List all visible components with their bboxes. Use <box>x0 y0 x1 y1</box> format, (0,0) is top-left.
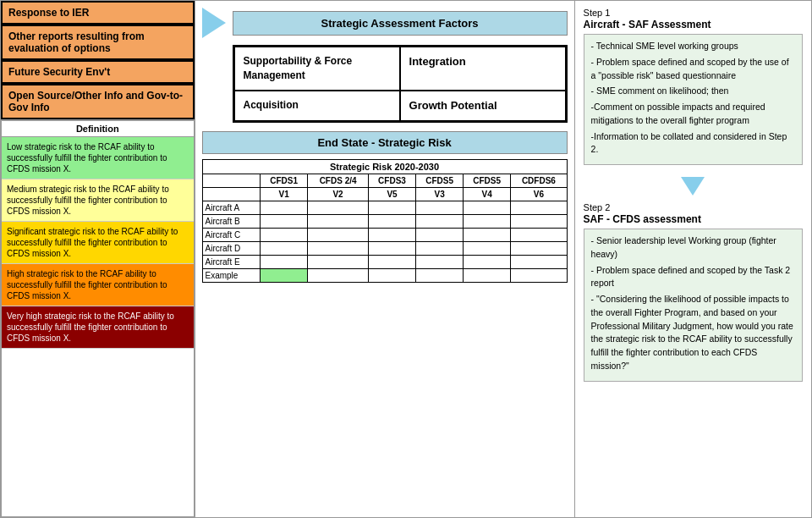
aircraft-c-v1 <box>261 228 308 241</box>
step2-bullet-2: - "Considering the likelihood of possibl… <box>591 293 795 373</box>
middle-column: Strategic Assessment Factors Supportabil… <box>195 1 575 517</box>
table-row-example: Example <box>202 268 567 282</box>
aircraft-c-v6 <box>511 228 567 241</box>
step2-label: Step 2 <box>584 202 803 212</box>
example-v1 <box>261 268 308 282</box>
table-row-aircraft-c: Aircraft C <box>202 228 567 241</box>
v6: V6 <box>511 187 567 201</box>
aircraft-c-v3 <box>416 228 464 241</box>
cfds-1: CFDS1 <box>261 174 308 187</box>
input-boxes: Response to IER Other reports resulting … <box>1 1 195 120</box>
aircraft-a-v2 <box>308 201 369 214</box>
open-source-box: Open Source/Other Info and Gov-to-Gov In… <box>1 84 195 119</box>
table-row-aircraft-a: Aircraft A <box>202 201 567 214</box>
aircraft-d-v4 <box>464 241 511 255</box>
step1-bullet-0: - Technical SME level working groups <box>591 40 795 53</box>
aircraft-d-v1 <box>261 241 308 255</box>
cfds-empty <box>202 174 261 187</box>
v4: V4 <box>464 187 511 201</box>
v2: V2 <box>308 187 369 201</box>
aircraft-b-v5 <box>368 214 415 228</box>
aircraft-e-v1 <box>261 255 308 268</box>
example-label: Example <box>202 268 261 282</box>
def-high-text: High strategic risk to the RCAF ability … <box>7 269 167 300</box>
aircraft-e-v4 <box>464 255 511 268</box>
saf-section: Strategic Assessment Factors Supportabil… <box>202 8 568 123</box>
step1-content: - Technical SME level working groups - P… <box>584 34 803 165</box>
definition-header: Definition <box>2 121 194 137</box>
aircraft-b-v4 <box>464 214 511 228</box>
response-text: Response to IER <box>8 7 89 19</box>
def-veryhigh-row: Very high strategic risk to the RCAF abi… <box>2 306 194 349</box>
end-state-section: End State - Strategic Risk Strategic Ris… <box>202 131 568 510</box>
right-column: Step 1 Aircraft - SAF Assessment - Techn… <box>575 1 811 517</box>
arrow-down-container <box>584 177 803 196</box>
table-row-aircraft-e: Aircraft E <box>202 255 567 268</box>
aircraft-c-label: Aircraft C <box>202 228 261 241</box>
saf-header-row: Strategic Assessment Factors <box>202 8 568 38</box>
def-significant-row: Significant strategic risk to the RCAF a… <box>2 222 194 264</box>
aircraft-c-v5 <box>368 228 415 241</box>
example-v3 <box>416 268 464 282</box>
step1-bullet-1: - Problem space defined and scoped by th… <box>591 56 795 83</box>
left-column: Response to IER Other reports resulting … <box>1 1 195 517</box>
future-security-box: Future Security Env't <box>1 60 195 84</box>
aircraft-e-label: Aircraft E <box>202 255 261 268</box>
definition-box: Definition Low strategic risk to the RCA… <box>1 120 195 517</box>
saf-title: Strategic Assessment Factors <box>233 11 568 36</box>
cfds-5a: CFDS5 <box>416 174 464 187</box>
saf-cell-3: Growth Potential <box>400 91 566 121</box>
other-reports-text: Other reports resulting from evaluation … <box>8 30 145 54</box>
example-v5 <box>368 268 415 282</box>
step2-bullet-1: - Problem space defined and scoped by th… <box>591 264 795 291</box>
aircraft-d-label: Aircraft D <box>202 241 261 255</box>
example-v6 <box>511 268 567 282</box>
aircraft-a-v5 <box>368 201 415 214</box>
cfds-3: CFDS3 <box>368 174 415 187</box>
cfds-24: CFDS 2/4 <box>308 174 369 187</box>
aircraft-e-v3 <box>416 255 464 268</box>
step1-label: Step 1 <box>584 8 803 18</box>
aircraft-d-v2 <box>308 241 369 255</box>
aircraft-b-v3 <box>416 214 464 228</box>
aircraft-b-label: Aircraft B <box>202 214 261 228</box>
cfds-6: CDFDS6 <box>511 174 567 187</box>
aircraft-a-v1 <box>261 201 308 214</box>
table-row-aircraft-b: Aircraft B <box>202 214 567 228</box>
main-container: Response to IER Other reports resulting … <box>0 0 812 518</box>
table-row-aircraft-d: Aircraft D <box>202 241 567 255</box>
example-v2 <box>308 268 369 282</box>
def-high-row: High strategic risk to the RCAF ability … <box>2 264 194 306</box>
aircraft-a-v6 <box>511 201 567 214</box>
v3: V3 <box>416 187 464 201</box>
response-box: Response to IER <box>1 1 195 25</box>
arrow-right-icon <box>202 8 226 38</box>
def-low-row: Low strategic risk to the RCAF ability t… <box>2 137 194 179</box>
aircraft-b-v6 <box>511 214 567 228</box>
other-reports-box: Other reports resulting from evaluation … <box>1 25 195 60</box>
step1-bullet-2: - SME comment on likelihood; then <box>591 85 795 98</box>
v1: V1 <box>261 187 308 201</box>
aircraft-d-v6 <box>511 241 567 255</box>
end-state-header: End State - Strategic Risk <box>202 131 568 154</box>
open-source-text: Open Source/Other Info and Gov-to-Gov In… <box>8 90 183 113</box>
aircraft-a-v3 <box>416 201 464 214</box>
aircraft-b-v1 <box>261 214 308 228</box>
aircraft-b-v2 <box>308 214 369 228</box>
risk-table-span-header: Strategic Risk 2020-2030 <box>202 159 567 174</box>
step1-section: Step 1 Aircraft - SAF Assessment - Techn… <box>584 8 803 165</box>
step2-section: Step 2 SAF - CFDS assessment - Senior le… <box>584 202 803 382</box>
saf-grid: Supportability & Force Management Integr… <box>233 45 568 123</box>
step1-bullet-3: -Comment on possible impacts and require… <box>591 101 795 128</box>
arrow-down-icon <box>681 177 705 196</box>
aircraft-d-v5 <box>368 241 415 255</box>
step2-content: - Senior leadership level Working group … <box>584 229 803 382</box>
step2-bullet-0: - Senior leadership level Working group … <box>591 234 795 262</box>
step2-title: SAF - CFDS assessment <box>584 213 803 225</box>
example-v4 <box>464 268 511 282</box>
v-empty <box>202 187 261 201</box>
risk-table: Strategic Risk 2020-2030 CFDS1 CFDS 2/4 … <box>202 159 568 283</box>
aircraft-c-v4 <box>464 228 511 241</box>
cfds-5b: CFDS5 <box>464 174 511 187</box>
aircraft-e-v6 <box>511 255 567 268</box>
